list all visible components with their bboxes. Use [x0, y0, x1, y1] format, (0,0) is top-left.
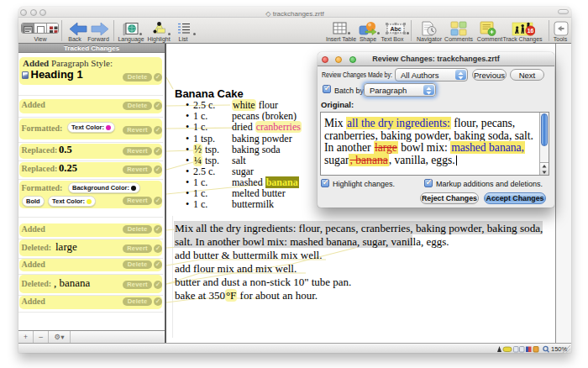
svg-text:16: 16 — [528, 28, 534, 34]
svg-text:Abc: Abc — [390, 26, 401, 32]
